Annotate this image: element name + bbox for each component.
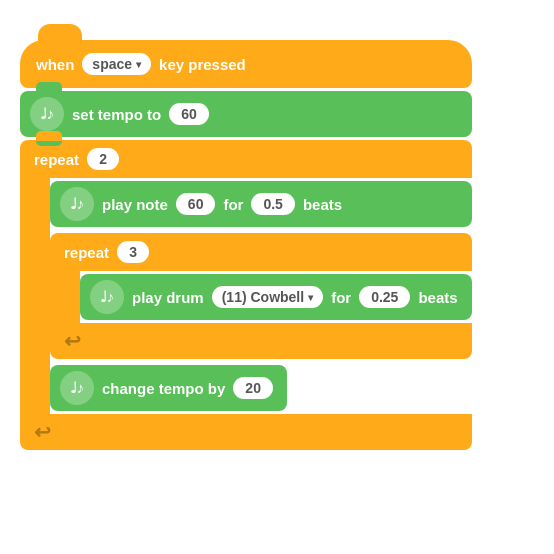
set-tempo-icon: ♩♪ [30, 97, 64, 131]
play-note-value[interactable]: 60 [176, 193, 216, 215]
play-drum-icon: ♩♪ [90, 280, 124, 314]
drum-dropdown-value: (11) Cowbell [222, 289, 304, 305]
repeat2-content: ♩♪ play drum (11) Cowbell ▾ for [80, 271, 472, 323]
repeat2-value[interactable]: 3 [117, 241, 149, 263]
repeat1-left-bar [20, 178, 50, 362]
key-dropdown-value: space [92, 56, 132, 72]
repeat1-body: ♩♪ play note 60 for 0.5 beats [20, 178, 472, 362]
play-note-label: play note [102, 196, 168, 213]
change-tempo-content: ♩♪ change tempo by 20 [50, 362, 287, 414]
play-note-beats-label: beats [303, 196, 342, 213]
repeat2-left-bar [50, 271, 80, 323]
play-drum-beats-value[interactable]: 0.25 [359, 286, 410, 308]
repeat1-return-arrow: ↩ [34, 420, 51, 444]
play-note-block: ♩♪ play note 60 for 0.5 beats [50, 181, 472, 227]
key-dropdown-arrow: ▾ [136, 59, 141, 70]
repeat1-label: repeat [34, 151, 79, 168]
play-note-for-label: for [223, 196, 243, 213]
play-note-beats-value[interactable]: 0.5 [251, 193, 294, 215]
change-tempo-bar [20, 362, 50, 414]
repeat1-outer: repeat 2 ♩♪ play note 60 [20, 140, 472, 450]
change-tempo-row: ♩♪ change tempo by 20 [20, 362, 472, 414]
event-when-label: when [36, 56, 74, 73]
change-tempo-icon: ♩♪ [60, 371, 94, 405]
play-drum-for-label: for [331, 289, 351, 306]
repeat1-value[interactable]: 2 [87, 148, 119, 170]
play-drum-label: play drum [132, 289, 204, 306]
repeat2-bottom: ↩ [50, 323, 472, 359]
repeat2-label: repeat [64, 244, 109, 261]
set-tempo-value[interactable]: 60 [169, 103, 209, 125]
event-block: when space ▾ key pressed [20, 40, 472, 88]
change-tempo-block: ♩♪ change tempo by 20 [50, 365, 287, 411]
key-dropdown[interactable]: space ▾ [82, 53, 151, 75]
set-tempo-tab-top [36, 82, 62, 92]
play-drum-block: ♩♪ play drum (11) Cowbell ▾ for [80, 274, 472, 320]
repeat2-outer: repeat 3 ♩♪ [50, 233, 472, 359]
repeat1-bottom: ↩ [20, 414, 472, 450]
scratch-program: when space ▾ key pressed ♩♪ set tempo to… [20, 20, 472, 450]
repeat1-content: ♩♪ play note 60 for 0.5 beats [50, 178, 472, 362]
play-drum-beats-label: beats [418, 289, 457, 306]
drum-dropdown-arrow: ▾ [308, 292, 313, 303]
event-pressed-label: key pressed [159, 56, 246, 73]
change-tempo-label: change tempo by [102, 380, 225, 397]
play-note-icon: ♩♪ [60, 187, 94, 221]
set-tempo-label: set tempo to [72, 106, 161, 123]
repeat2-return-arrow: ↩ [64, 329, 81, 353]
repeat2-body: ♩♪ play drum (11) Cowbell ▾ for [50, 271, 472, 323]
set-tempo-block: ♩♪ set tempo to 60 [20, 91, 472, 137]
drum-dropdown[interactable]: (11) Cowbell ▾ [212, 286, 323, 308]
repeat1-tab-top [36, 131, 62, 141]
change-tempo-value[interactable]: 20 [233, 377, 273, 399]
set-tempo-note: ♩♪ [40, 105, 55, 123]
